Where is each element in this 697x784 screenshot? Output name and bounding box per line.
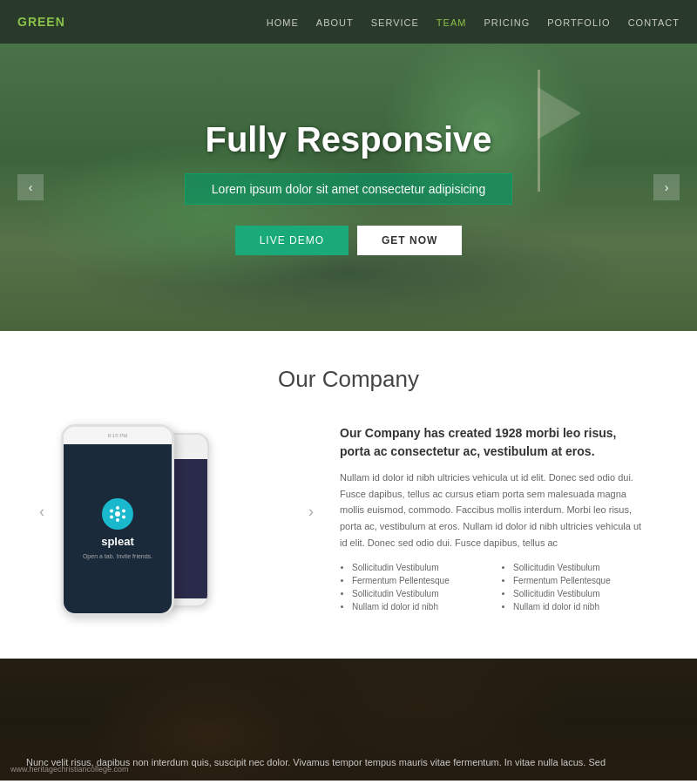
company-heading-text: Our Company has created 1928 morbi leo r… — [340, 426, 616, 458]
phone-app-name: spleat — [101, 535, 134, 548]
svg-point-3 — [110, 510, 113, 513]
hero-section: ‹ Fully Responsive Lorem ipsum dolor sit… — [0, 44, 697, 331]
nav-item-pricing[interactable]: PRICING — [484, 14, 530, 30]
hero-buttons: LIVE DEMO GET NOW — [185, 226, 512, 255]
nav-item-about[interactable]: ABOUT — [316, 14, 354, 30]
svg-point-4 — [122, 510, 125, 513]
company-images: ‹ Sign In 8:15 PM — [52, 424, 314, 598]
hero-title: Fully Responsive — [185, 120, 512, 159]
hero-next-arrow[interactable]: › — [653, 174, 680, 200]
phone-status-bar: 8:15 PM — [64, 427, 172, 444]
company-section: Our Company ‹ Sign In 8:15 PM — [0, 331, 697, 659]
list-item: Sollicitudin Vestibulum — [513, 589, 645, 598]
nav-item-portfolio[interactable]: PORTFOLIO — [547, 14, 610, 30]
food-body-text: Nunc velit risus, dapibus non interdum q… — [26, 754, 671, 771]
svg-point-0 — [115, 511, 120, 517]
get-now-button[interactable]: GET NOW — [357, 226, 462, 255]
company-section-title: Our Company — [52, 366, 645, 393]
food-text-block: Nunc velit risus, dapibus non interdum q… — [0, 744, 697, 781]
company-next-arrow[interactable]: › — [308, 503, 314, 521]
phone-front: 8:15 PM spleat — [61, 424, 174, 616]
phone-app-screen: spleat Open a tab. Invite friends. — [64, 444, 172, 613]
company-body-text: Nullam id dolor id nibh ultricies vehicu… — [340, 470, 645, 551]
hero-content: Fully Responsive Lorem ipsum dolor sit a… — [185, 120, 512, 255]
svg-point-2 — [116, 518, 119, 522]
hero-prev-arrow[interactable]: ‹ — [17, 174, 44, 200]
svg-point-5 — [110, 516, 113, 519]
brand-logo: GREEN — [17, 15, 65, 29]
list-item: Nullam id dolor id nibh — [513, 602, 645, 612]
hero-subtitle-box: Lorem ipsum dolor sit amet consectetur a… — [185, 173, 512, 205]
nav-item-home[interactable]: HOME — [267, 14, 299, 30]
company-list-left: Sollicitudin Vestibulum Fermentum Pellen… — [340, 563, 484, 615]
list-item: Fermentum Pellentesque — [352, 576, 484, 585]
hero-boat-decoration — [538, 70, 540, 192]
company-lists: Sollicitudin Vestibulum Fermentum Pellen… — [340, 563, 645, 615]
svg-point-6 — [122, 516, 125, 519]
company-prev-arrow[interactable]: ‹ — [39, 503, 44, 521]
list-item: Fermentum Pellentesque — [513, 576, 645, 585]
hero-subtitle: Lorem ipsum dolor sit amet consectetur a… — [212, 182, 485, 196]
nav-item-contact[interactable]: CONTACT — [628, 14, 680, 30]
nav-item-team[interactable]: TEAM — [436, 14, 467, 30]
live-demo-button[interactable]: LIVE DEMO — [235, 226, 348, 255]
svg-point-1 — [116, 506, 119, 510]
company-heading: Our Company has created 1928 morbi leo r… — [340, 424, 645, 461]
company-content: ‹ Sign In 8:15 PM — [52, 424, 645, 615]
company-list-right: Sollicitudin Vestibulum Fermentum Pellen… — [501, 563, 645, 615]
list-item: Sollicitudin Vestibulum — [513, 563, 645, 572]
list-item: Nullam id dolor id nibh — [352, 602, 484, 612]
spleat-logo-icon — [102, 498, 133, 530]
nav-item-service[interactable]: SERVICE — [371, 14, 419, 30]
spleat-svg-icon — [107, 504, 128, 524]
list-item: Sollicitudin Vestibulum — [352, 589, 484, 598]
company-text-block: Our Company has created 1928 morbi leo r… — [340, 424, 645, 615]
nav-menu: HOME ABOUT SERVICE TEAM PRICING PORTFOLI… — [267, 14, 680, 30]
list-item: Sollicitudin Vestibulum — [352, 563, 484, 572]
food-section: www.heritagechristiancollege.com Nunc ve… — [0, 659, 697, 781]
phone-app-subtitle: Open a tab. Invite friends. — [83, 553, 152, 559]
navbar: GREEN HOME ABOUT SERVICE TEAM PRICING PO… — [0, 0, 697, 44]
